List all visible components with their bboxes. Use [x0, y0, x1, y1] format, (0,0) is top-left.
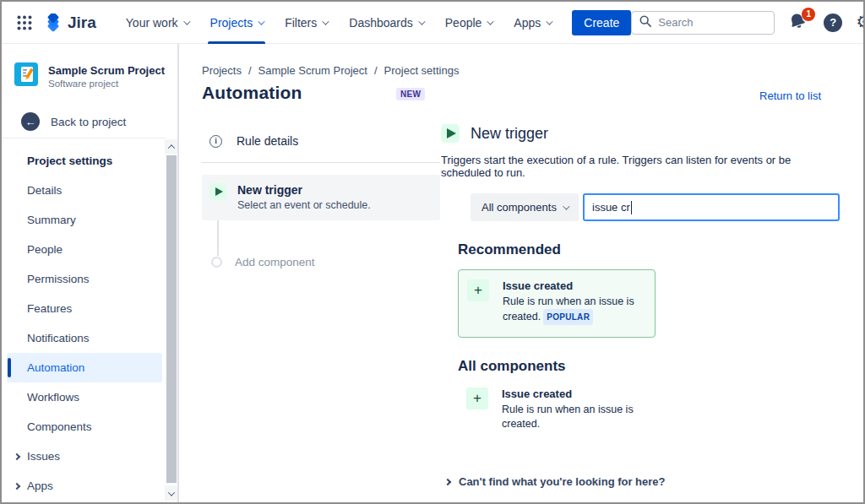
primary-nav: Your work Projects Filters Dashboards Pe…	[115, 2, 562, 44]
nav-item-your-work[interactable]: Your work	[115, 2, 199, 44]
plus-icon	[466, 387, 488, 409]
trigger-panel-title: New trigger	[471, 125, 548, 143]
main-content: Projects / Sample Scrum Project / Projec…	[181, 44, 863, 502]
create-button[interactable]: Create	[572, 10, 631, 35]
new-trigger-step[interactable]: New trigger Select an event or schedule.	[202, 175, 440, 220]
sidebar-item-summary[interactable]: Summary	[7, 205, 162, 235]
chevron-right-icon	[14, 482, 20, 489]
chevron-down-icon	[487, 18, 494, 24]
popular-badge: POPULAR	[543, 309, 593, 325]
project-name: Sample Scrum Project	[48, 64, 165, 77]
trigger-panel-description: Triggers start the execution of a rule. …	[441, 154, 840, 179]
chevron-down-icon	[418, 18, 425, 24]
top-navigation-bar: Jira Your work Projects Filters Dashboar…	[2, 2, 863, 44]
sidebar-item-workflows[interactable]: Workflows	[7, 382, 162, 412]
breadcrumb-separator: /	[374, 64, 378, 77]
rule-details-row[interactable]: Rule details	[202, 124, 440, 158]
trigger-picker-panel: New trigger Triggers start the execution…	[441, 124, 840, 488]
chevron-down-icon	[258, 18, 264, 24]
nav-item-projects[interactable]: Projects	[199, 2, 275, 44]
back-to-project-button[interactable]: Back to project	[21, 112, 126, 131]
step-subtitle: Select an event or schedule.	[237, 199, 371, 211]
breadcrumb: Projects / Sample Scrum Project / Projec…	[202, 64, 459, 77]
recommended-issue-created-card[interactable]: Issue created Rule is run when an issue …	[458, 269, 656, 338]
chevron-down-icon	[322, 18, 329, 24]
notifications-bell-icon[interactable]: 1	[788, 12, 810, 34]
all-components-heading: All components	[458, 358, 840, 375]
app-switcher-icon[interactable]	[17, 14, 32, 32]
sidebar-item-features[interactable]: Features	[7, 294, 162, 323]
chevron-down-icon	[563, 203, 569, 209]
page-title-row: Automation NEW Return to list	[202, 81, 830, 108]
sidebar-item-issues[interactable]: Issues	[7, 442, 162, 471]
help-icon[interactable]	[824, 14, 842, 32]
breadcrumb-separator: /	[248, 64, 252, 77]
rule-panel-divider	[202, 162, 440, 163]
breadcrumb-projects[interactable]: Projects	[202, 64, 242, 77]
settings-menu: Project settings Details Summary People …	[2, 145, 164, 501]
add-component-button[interactable]: Add component	[211, 256, 440, 268]
all-components-issue-created-item[interactable]: Issue created Rule is run when an issue …	[466, 387, 840, 431]
breadcrumb-project-name[interactable]: Sample Scrum Project	[258, 64, 367, 77]
sidebar-item-people[interactable]: People	[7, 235, 162, 264]
component-title: Issue created	[503, 279, 651, 292]
chevron-right-icon	[14, 453, 20, 459]
sidebar-item-details[interactable]: Details	[7, 176, 162, 205]
sidebar-item-components[interactable]: Components	[7, 412, 162, 442]
jira-logo-text: Jira	[68, 14, 96, 32]
component-description: Rule is run when an issue is created.POP…	[503, 295, 651, 325]
page-title: Automation	[202, 83, 302, 103]
new-badge: NEW	[396, 88, 425, 100]
nav-item-apps[interactable]: Apps	[503, 2, 562, 44]
chevron-down-icon	[546, 18, 552, 24]
component-title: Issue created	[502, 387, 650, 400]
empty-step-circle-icon	[211, 257, 222, 268]
jira-window: Jira Your work Projects Filters Dashboar…	[0, 0, 865, 504]
step-title: New trigger	[237, 183, 371, 197]
global-search-input[interactable]	[658, 16, 751, 29]
chevron-down-icon	[183, 18, 190, 24]
global-search[interactable]	[631, 11, 775, 35]
sidebar-scrollbar[interactable]	[165, 139, 177, 501]
project-sidebar: Sample Scrum Project Software project Ba…	[2, 44, 179, 502]
text-caret	[631, 201, 632, 214]
scroll-up-arrow[interactable]	[165, 139, 177, 154]
search-icon	[639, 15, 651, 30]
component-search-input[interactable]: issue cr	[583, 193, 840, 221]
sidebar-item-apps[interactable]: Apps	[7, 471, 162, 501]
plus-icon	[467, 279, 489, 301]
info-icon	[209, 135, 222, 148]
nav-right-cluster: 1 NV	[631, 11, 865, 35]
rule-steps-panel: Rule details New trigger Select an event…	[202, 124, 440, 268]
arrow-left-icon	[21, 112, 40, 131]
sidebar-item-automation[interactable]: Automation	[7, 353, 162, 382]
menu-section-title: Project settings	[2, 145, 164, 176]
nav-item-people[interactable]: People	[434, 2, 503, 44]
nav-item-dashboards[interactable]: Dashboards	[338, 2, 434, 44]
scrollbar-thumb[interactable]	[166, 155, 177, 483]
notification-count-badge: 1	[802, 8, 815, 21]
sidebar-item-permissions[interactable]: Permissions	[7, 264, 162, 294]
project-avatar-icon	[14, 62, 38, 89]
project-title-block: Sample Scrum Project Software project	[48, 64, 165, 89]
nav-item-filters[interactable]: Filters	[274, 2, 338, 44]
settings-gear-icon[interactable]	[856, 14, 865, 31]
jira-logo[interactable]: Jira	[44, 14, 96, 32]
component-description: Rule is run when an issue is created.	[502, 403, 650, 431]
trigger-panel-header: New trigger	[441, 124, 840, 143]
sidebar-item-notifications[interactable]: Notifications	[7, 323, 162, 353]
breadcrumb-project-settings[interactable]: Project settings	[384, 64, 460, 77]
components-filter-dropdown[interactable]: All components	[471, 193, 579, 221]
chevron-right-icon	[444, 478, 451, 485]
trigger-filter-controls: All components issue cr	[471, 193, 840, 221]
project-type: Software project	[48, 79, 165, 89]
step-connector-line	[217, 220, 219, 256]
project-header: Sample Scrum Project Software project	[14, 62, 165, 89]
recommended-heading: Recommended	[458, 241, 840, 258]
return-to-list-link[interactable]: Return to list	[759, 89, 821, 102]
trigger-play-icon	[441, 124, 460, 143]
cant-find-link[interactable]: Can't find what you're looking for here?	[445, 475, 840, 488]
sidebar-divider	[2, 138, 166, 138]
trigger-play-icon	[209, 183, 226, 200]
scroll-down-arrow[interactable]	[165, 486, 177, 501]
